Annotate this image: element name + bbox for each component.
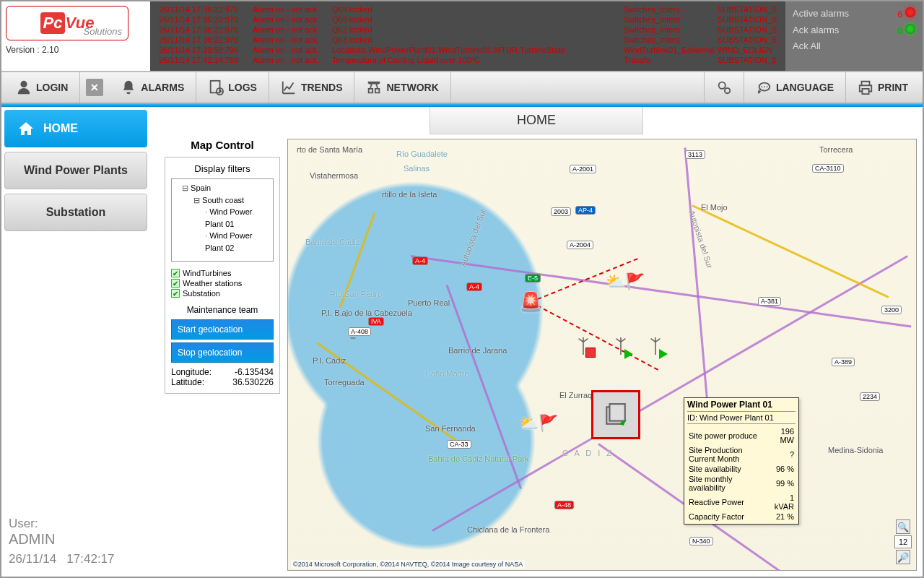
- alarm-cell: 26/11/14 17:36:22:970: [156, 35, 250, 45]
- nav-substation[interactable]: Substation: [4, 194, 147, 231]
- alarm-cell: SUBSTATION_S: [715, 35, 780, 45]
- user-label: User:: [9, 517, 143, 531]
- user-icon: [16, 79, 32, 95]
- road-shield: N-340: [689, 537, 713, 545]
- logo-pc: Pc: [40, 12, 66, 34]
- city-label: El Mojo: [701, 203, 728, 212]
- substation-icon: [603, 402, 628, 427]
- road-shield: E-5: [525, 274, 541, 282]
- alarm-row[interactable]: 26/11/14 17:42:14:759Alarm on - not ack.…: [156, 55, 780, 65]
- alarm-cell: Alarm on - not ack.: [250, 25, 329, 35]
- alarm-row[interactable]: 26/11/14 17:39:58:796Alarm on - not ack.…: [156, 45, 780, 55]
- weather-marker-icon[interactable]: ⛅🚩: [519, 414, 558, 433]
- tree-spain[interactable]: Spain: [175, 182, 270, 194]
- road-shield: A-2004: [567, 241, 593, 249]
- svg-point-6: [767, 86, 768, 87]
- svg-point-4: [761, 86, 762, 87]
- tooltip-key: Site Production Current Month: [689, 446, 767, 463]
- tree-south-coast[interactable]: South coast: [175, 194, 270, 207]
- log-icon: [208, 79, 224, 95]
- city-label: San Fernanda: [425, 424, 476, 433]
- tree-wpp02[interactable]: Wind Power Plant 02: [175, 230, 270, 254]
- chart-icon: [281, 79, 297, 95]
- speech-icon: [756, 79, 772, 95]
- alarm-cell: Temperature of Cooling Liquid over 100°C: [329, 55, 621, 65]
- alarm-cell: Alarm on - not ack.: [250, 45, 329, 55]
- windturbine-marker[interactable]: [649, 337, 662, 355]
- nav-wind-power-plants[interactable]: Wind Power Plants: [4, 152, 147, 189]
- alarm-cell: 26/11/14 17:36:22:970: [156, 25, 250, 35]
- alarm-cell: WIND_EOLIEN: [715, 45, 780, 55]
- alarm-cell: Alarm on - not ack.: [250, 14, 329, 25]
- alarm-row[interactable]: 26/11/14 17:36:22:970Alarm on - not ack.…: [156, 25, 780, 35]
- layer-weather[interactable]: ✔Weather stations: [171, 279, 274, 288]
- city-label: Salinas: [404, 164, 430, 173]
- alarm-cell: SUBSTATION_S: [715, 25, 780, 35]
- city-label: Vistahermosa: [310, 171, 358, 180]
- checkbox-checked-icon: ✔: [171, 279, 180, 288]
- windturbine-marker[interactable]: [577, 337, 590, 355]
- alarm-cell: SUBSTATION_S: [715, 55, 780, 65]
- tooltip-key: Reactive Power: [689, 493, 767, 511]
- alarms-button[interactable]: ALARMS: [109, 72, 196, 103]
- active-alarms-label: Active alarms: [793, 8, 849, 19]
- ack-all-button[interactable]: Ack All: [793, 40, 821, 51]
- stop-geolocation-button[interactable]: Stop geolocation: [171, 342, 274, 363]
- park-label: Bahía de Cádiz Natural Park: [428, 454, 528, 463]
- logs-button[interactable]: LOGS: [196, 72, 269, 103]
- latitude-value: 36.530226: [232, 377, 274, 387]
- alarm-beacon-icon[interactable]: 🚨: [519, 291, 542, 314]
- road-shield: IVA: [368, 317, 384, 326]
- checkbox-checked-icon: ✔: [171, 289, 180, 298]
- zoom-in-button[interactable]: 🔍: [896, 519, 910, 534]
- start-geolocation-button[interactable]: Start geolocation: [171, 319, 274, 340]
- filter-tree[interactable]: Spain South coast Wind Power Plant 01 Wi…: [171, 178, 274, 262]
- longitude-label: Longitude:: [171, 367, 212, 377]
- language-button[interactable]: LANGUAGE: [744, 72, 846, 103]
- print-button[interactable]: PRINT: [846, 72, 920, 103]
- alarm-row[interactable]: 26/11/14 17:36:22:970Alarm on - not ack.…: [156, 14, 780, 25]
- led-red-icon: [905, 7, 915, 17]
- gears-icon: [716, 79, 732, 95]
- tree-wpp01[interactable]: Wind Power Plant 01: [175, 206, 270, 230]
- zoom-level: 12: [894, 535, 912, 548]
- road-shield: A-389: [832, 358, 855, 366]
- alarm-row[interactable]: 26/11/14 17:36:22:970Alarm on - not ack.…: [156, 4, 780, 14]
- network-button[interactable]: NETWORK: [354, 72, 450, 103]
- close-login-button[interactable]: ✕: [86, 79, 103, 96]
- map-view[interactable]: rto de Santa María Vistahermosa Puerto R…: [287, 139, 917, 571]
- settings-button[interactable]: [704, 72, 744, 103]
- road-shield: [350, 337, 356, 339]
- alarm-row[interactable]: 26/11/14 17:36:22:970Alarm on - not ack.…: [156, 35, 780, 45]
- city-label: P.I. Cádiz: [313, 356, 346, 365]
- trends-button[interactable]: TRENDS: [269, 72, 355, 103]
- main-toolbar: LOGIN ✕ ALARMS LOGS TRENDS NETWORK LANGU…: [1, 72, 923, 104]
- maintenance-title: Maintenance team: [171, 305, 274, 315]
- alarm-cell: SUBSTATION_S: [715, 14, 780, 25]
- alarm-log-banner[interactable]: 26/11/14 17:36:22:970Alarm on - not ack.…: [150, 1, 785, 71]
- network-icon: [366, 79, 382, 95]
- checkbox-checked-icon: ✔: [171, 269, 180, 277]
- tooltip-key: Site monthly availability: [689, 475, 767, 492]
- tooltip-key: Site power produce: [689, 427, 767, 444]
- login-button[interactable]: LOGIN: [4, 72, 80, 103]
- windturbine-marker[interactable]: [614, 337, 627, 355]
- nav-home[interactable]: HOME: [4, 110, 147, 147]
- alarm-cell: WindTurbine01_Eolienne01: [621, 45, 715, 55]
- zoom-out-button[interactable]: 🔎: [896, 550, 910, 564]
- tooltip-val: 21 %: [769, 512, 794, 521]
- alarm-cell: Alarm on - not ack.: [250, 4, 329, 14]
- tooltip-val: ?: [769, 446, 794, 463]
- logo: PcVue Solutions: [6, 6, 128, 40]
- road-shield: A-4: [412, 256, 428, 265]
- alarm-cell: Locations.WindPowerPlant01.WindTurbine01…: [329, 45, 621, 55]
- selected-substation-marker[interactable]: [591, 390, 640, 439]
- alarm-cell: Q69 locked: [329, 4, 621, 14]
- weather-marker-icon[interactable]: ⛅🚩: [606, 272, 645, 291]
- city-label: Barrio de Jarana: [448, 346, 507, 355]
- layer-windturbines[interactable]: ✔WindTurbines: [171, 269, 274, 277]
- user-block: User: ADMIN 26/11/14 17:42:17: [4, 509, 147, 574]
- map-control-panel: Map Control Display filters Spain South …: [165, 139, 280, 571]
- layer-substation[interactable]: ✔Substation: [171, 289, 274, 298]
- ack-alarms-count: 0: [897, 25, 902, 36]
